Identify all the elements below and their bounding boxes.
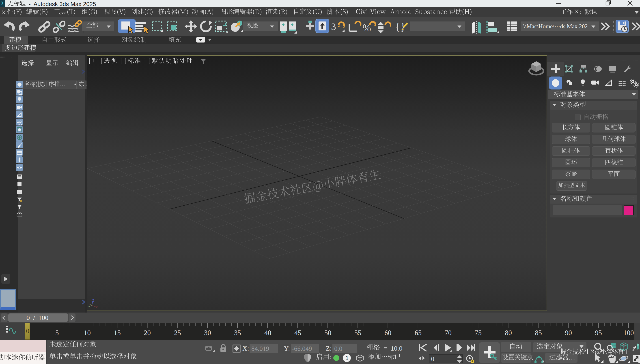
svg-text:1: 1: [346, 355, 349, 361]
svg-text:y: y: [88, 304, 90, 308]
svg-text:Z: Z: [92, 299, 94, 302]
svg-text:3: 3: [331, 21, 336, 32]
svg-text:x: x: [96, 305, 98, 309]
